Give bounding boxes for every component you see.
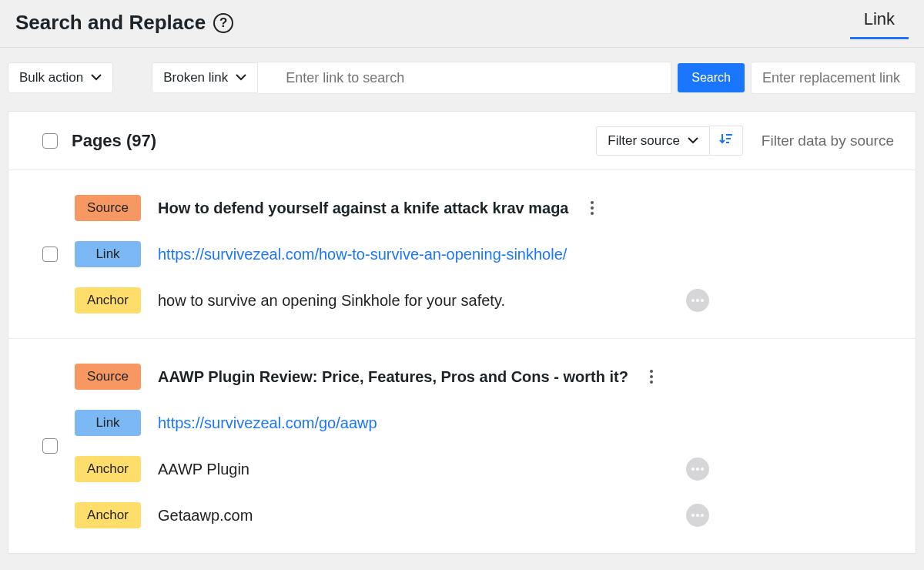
anchor-badge: Anchor — [75, 456, 141, 482]
more-icon[interactable] — [686, 289, 709, 312]
page-header: Search and Replace ? Link — [0, 0, 924, 48]
link-url[interactable]: https://survivezeal.com/go/aawp — [158, 414, 377, 432]
anchor-line: Anchor AAWP Plugin — [75, 456, 894, 482]
pages-count: Pages (97) — [72, 131, 156, 151]
filter-source-label: Filter source — [608, 133, 680, 149]
row-checkbox[interactable] — [42, 438, 58, 454]
panel-header-left: Pages (97) — [42, 131, 156, 151]
row-check-wrap — [42, 364, 58, 528]
chevron-down-icon — [91, 69, 102, 85]
tab-row: Link — [850, 6, 909, 39]
help-icon[interactable]: ? — [213, 13, 233, 33]
link-line: Link https://survivezeal.com/how-to-surv… — [75, 241, 894, 267]
row-menu-icon[interactable] — [586, 198, 598, 218]
row-check-wrap — [42, 195, 58, 314]
anchor-badge: Anchor — [75, 502, 141, 528]
svg-point-7 — [701, 299, 704, 302]
svg-point-10 — [701, 468, 704, 471]
more-icon[interactable] — [686, 504, 709, 527]
anchor-line: Anchor how to survive an opening Sinkhol… — [75, 287, 894, 314]
svg-point-12 — [696, 514, 699, 517]
source-title: AAWP Plugin Review: Price, Features, Pro… — [158, 368, 628, 386]
replacement-input[interactable] — [751, 62, 916, 94]
link-line: Link https://survivezeal.com/go/aawp — [75, 410, 894, 436]
sort-button[interactable] — [710, 126, 743, 156]
results-list: Source How to defend yourself against a … — [8, 169, 916, 553]
svg-point-11 — [691, 514, 695, 517]
svg-point-9 — [696, 468, 699, 471]
result-row: Source AAWP Plugin Review: Price, Featur… — [8, 338, 916, 553]
svg-point-5 — [691, 299, 695, 302]
link-badge: Link — [75, 241, 141, 267]
row-menu-icon[interactable] — [645, 367, 658, 387]
page-title: Search and Replace — [15, 11, 206, 35]
anchor-text: AAWP Plugin — [158, 461, 249, 478]
filter-source-dropdown[interactable]: Filter source — [596, 126, 710, 156]
source-line: Source How to defend yourself against a … — [75, 195, 894, 221]
source-line: Source AAWP Plugin Review: Price, Featur… — [75, 364, 894, 390]
svg-point-13 — [701, 514, 704, 517]
link-url[interactable]: https://survivezeal.com/how-to-survive-a… — [158, 246, 567, 263]
select-all-checkbox[interactable] — [42, 133, 58, 149]
controls-bar: Bulk action Broken link Search — [0, 48, 924, 108]
anchor-badge: Anchor — [75, 287, 141, 314]
title-group: Search and Replace ? — [15, 11, 233, 35]
link-type-dropdown[interactable]: Broken link — [152, 62, 258, 93]
results-panel: Pages (97) Filter source Filter data by … — [8, 111, 916, 554]
search-input[interactable] — [258, 62, 671, 94]
chevron-down-icon — [236, 69, 246, 85]
more-icon[interactable] — [686, 458, 709, 481]
source-badge: Source — [75, 195, 141, 221]
svg-point-6 — [696, 299, 699, 302]
anchor-text: Getaawp.com — [158, 507, 253, 525]
row-body: Source How to defend yourself against a … — [75, 195, 894, 314]
anchor-line: Anchor Getaawp.com — [75, 502, 894, 528]
result-row: Source How to defend yourself against a … — [8, 169, 916, 338]
anchor-text: how to survive an opening Sinkhole for y… — [158, 292, 505, 310]
search-input-wrap — [258, 62, 671, 94]
panel-header: Pages (97) Filter source Filter data by … — [8, 112, 916, 169]
bulk-action-dropdown[interactable]: Bulk action — [8, 62, 113, 93]
chevron-down-icon — [688, 132, 698, 148]
row-body: Source AAWP Plugin Review: Price, Featur… — [75, 364, 894, 528]
bulk-action-label: Bulk action — [19, 70, 83, 86]
panel-header-right: Filter source Filter data by source — [596, 126, 894, 156]
search-button[interactable]: Search — [678, 63, 745, 92]
source-badge: Source — [75, 364, 141, 390]
filter-data-label: Filter data by source — [762, 132, 894, 149]
svg-point-8 — [691, 468, 695, 471]
row-checkbox[interactable] — [42, 246, 58, 262]
tab-link[interactable]: Link — [850, 6, 909, 39]
source-title: How to defend yourself against a knife a… — [158, 200, 569, 217]
link-badge: Link — [75, 410, 141, 436]
link-type-label: Broken link — [163, 70, 228, 86]
